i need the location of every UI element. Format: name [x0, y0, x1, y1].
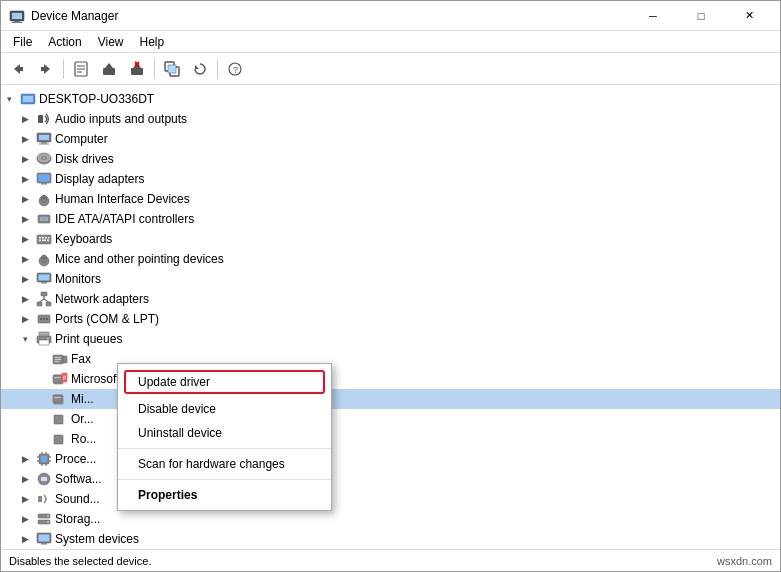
- tree-item-mice[interactable]: ▶ Mice and other pointing devices: [1, 249, 780, 269]
- tree-item-monitors[interactable]: ▶ Monitors: [1, 269, 780, 289]
- storage-expand[interactable]: ▶: [17, 511, 33, 527]
- svg-marker-4: [14, 64, 20, 74]
- back-button[interactable]: [5, 56, 31, 82]
- software-icon: [36, 471, 52, 487]
- ports-icon: [36, 311, 52, 327]
- ctx-separator-1: [118, 448, 331, 449]
- tree-item-storage[interactable]: ▶ Storag...: [1, 509, 780, 529]
- system-icon: [36, 531, 52, 547]
- menu-action[interactable]: Action: [40, 33, 89, 51]
- menu-file[interactable]: File: [5, 33, 40, 51]
- svg-rect-90: [41, 456, 47, 462]
- refresh-button[interactable]: [187, 56, 213, 82]
- root-expand[interactable]: ▾: [1, 91, 17, 107]
- svg-rect-51: [42, 240, 46, 242]
- main-content: ▾ DESKTOP-UO336DT ▶: [1, 85, 780, 549]
- mi-label: Mi...: [71, 392, 94, 406]
- scan-button[interactable]: [159, 56, 185, 82]
- svg-rect-26: [38, 115, 43, 123]
- computer-label: Computer: [55, 132, 108, 146]
- svg-rect-60: [41, 292, 47, 296]
- ctx-scan-hardware[interactable]: Scan for hardware changes: [118, 452, 331, 476]
- svg-rect-7: [41, 67, 44, 71]
- ctx-update-driver[interactable]: Update driver: [124, 370, 325, 394]
- menu-help[interactable]: Help: [132, 33, 173, 51]
- proc-expand[interactable]: ▶: [17, 451, 33, 467]
- ide-label: IDE ATA/ATAPI controllers: [55, 212, 194, 226]
- tree-item-disk[interactable]: ▶ Disk drives: [1, 149, 780, 169]
- tree-item-network[interactable]: ▶ Network adapters: [1, 289, 780, 309]
- svg-rect-46: [39, 237, 41, 239]
- ctx-disable-device[interactable]: Disable device: [118, 397, 331, 421]
- uninstall-button[interactable]: [124, 56, 150, 82]
- tree-item-ide[interactable]: ▶ IDE ATA/ATAPI controllers: [1, 209, 780, 229]
- tree-item-computer[interactable]: ▶ Computer: [1, 129, 780, 149]
- close-button[interactable]: ✕: [726, 1, 772, 31]
- svg-rect-85: [53, 395, 62, 403]
- svg-rect-81: [54, 377, 61, 378]
- svg-point-105: [47, 521, 49, 523]
- keyboard-expand[interactable]: ▶: [17, 231, 33, 247]
- tree-root[interactable]: ▾ DESKTOP-UO336DT: [1, 89, 780, 109]
- minimize-button[interactable]: ─: [630, 1, 676, 31]
- svg-rect-78: [63, 356, 67, 363]
- ports-expand[interactable]: ▶: [17, 311, 33, 327]
- computer-expand[interactable]: ▶: [17, 131, 33, 147]
- hid-expand[interactable]: ▶: [17, 191, 33, 207]
- audio-expand[interactable]: ▶: [17, 111, 33, 127]
- tree-item-system[interactable]: ▶ System devices: [1, 529, 780, 549]
- properties-button[interactable]: [68, 56, 94, 82]
- status-right: wsxdn.com: [717, 555, 772, 567]
- svg-rect-61: [37, 302, 42, 306]
- svg-rect-36: [39, 175, 50, 182]
- menu-view[interactable]: View: [90, 33, 132, 51]
- sound-label: Sound...: [55, 492, 100, 506]
- monitors-expand[interactable]: ▶: [17, 271, 33, 287]
- tree-item-audio[interactable]: ▶ Audio inputs and outputs: [1, 109, 780, 129]
- toolbar-separator-3: [217, 59, 218, 79]
- svg-rect-29: [41, 142, 47, 144]
- disk-expand[interactable]: ▶: [17, 151, 33, 167]
- svg-rect-25: [23, 96, 33, 102]
- system-expand[interactable]: ▶: [17, 531, 33, 547]
- svg-rect-108: [41, 543, 47, 545]
- disk-label: Disk drives: [55, 152, 114, 166]
- hid-label: Human Interface Devices: [55, 192, 190, 206]
- display-expand[interactable]: ▶: [17, 171, 33, 187]
- toolbar: ?: [1, 53, 780, 85]
- svg-point-67: [40, 318, 42, 320]
- svg-line-65: [44, 299, 49, 302]
- context-menu: Update driver Disable device Uninstall d…: [117, 363, 332, 511]
- forward-button[interactable]: [33, 56, 59, 82]
- tree-item-print[interactable]: ▾ Print queues: [1, 329, 780, 349]
- tree-item-keyboard[interactable]: ▶ Keyboards: [1, 229, 780, 249]
- ide-expand[interactable]: ▶: [17, 211, 33, 227]
- svg-rect-75: [55, 357, 61, 358]
- print-expand[interactable]: ▾: [17, 331, 33, 347]
- svg-rect-44: [42, 218, 46, 220]
- mice-expand[interactable]: ▶: [17, 251, 33, 267]
- ctx-uninstall-device[interactable]: Uninstall device: [118, 421, 331, 445]
- tree-item-ports[interactable]: ▶ Ports (COM & LPT): [1, 309, 780, 329]
- network-label: Network adapters: [55, 292, 149, 306]
- sound-expand[interactable]: ▶: [17, 491, 33, 507]
- tree-item-hid[interactable]: ▶ Human Interface Devices: [1, 189, 780, 209]
- help-button[interactable]: ?: [222, 56, 248, 82]
- tree-item-display[interactable]: ▶ Display adapters: [1, 169, 780, 189]
- svg-line-64: [40, 299, 45, 302]
- svg-rect-86: [54, 397, 61, 398]
- update-driver-button[interactable]: [96, 56, 122, 82]
- svg-rect-47: [42, 237, 44, 239]
- svg-text:?: ?: [233, 65, 238, 75]
- print-icon: [36, 331, 52, 347]
- sound-icon: [36, 491, 52, 507]
- maximize-button[interactable]: □: [678, 1, 724, 31]
- svg-rect-76: [55, 359, 61, 360]
- svg-point-69: [46, 318, 48, 320]
- svg-rect-87: [54, 415, 63, 424]
- network-expand[interactable]: ▶: [17, 291, 33, 307]
- software-expand[interactable]: ▶: [17, 471, 33, 487]
- svg-rect-5: [20, 67, 23, 71]
- ctx-properties[interactable]: Properties: [118, 483, 331, 507]
- fax-icon: [52, 351, 68, 367]
